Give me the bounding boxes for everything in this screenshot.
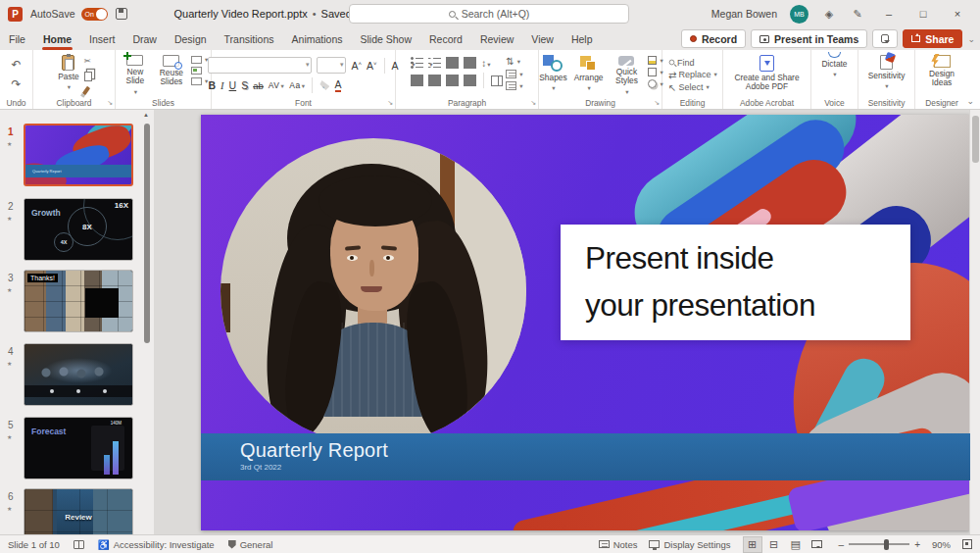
headline-text-box[interactable]: Present inside your presentation xyxy=(561,225,910,340)
increase-font-icon[interactable]: A˄ xyxy=(351,60,362,72)
convert-smartart-icon[interactable] xyxy=(506,81,522,90)
pen-mode-icon[interactable]: ✎ xyxy=(850,8,865,21)
cut-icon[interactable]: ✂ xyxy=(84,56,92,66)
tab-help[interactable]: Help xyxy=(563,27,602,50)
align-text-icon[interactable] xyxy=(506,70,522,78)
shapes-button[interactable]: Shapes xyxy=(537,54,568,96)
change-case-button[interactable]: Aa xyxy=(289,80,305,90)
share-button[interactable]: Share xyxy=(903,29,962,48)
display-settings-button[interactable]: Display Settings xyxy=(649,539,730,550)
animation-star-icon[interactable]: ★ xyxy=(7,215,12,222)
present-in-teams-button[interactable]: Present in Teams xyxy=(751,29,867,48)
shape-effects-icon[interactable] xyxy=(648,79,662,88)
justify-icon[interactable] xyxy=(464,75,476,86)
decrease-font-icon[interactable]: A˅ xyxy=(367,60,377,72)
fit-to-window-icon[interactable] xyxy=(962,539,972,549)
slide-sorter-view-button[interactable]: ⊟ xyxy=(764,536,784,553)
animation-star-icon[interactable]: ★ xyxy=(7,360,12,367)
line-spacing-icon[interactable]: ↕ xyxy=(481,58,490,69)
font-name-combobox[interactable] xyxy=(208,57,312,74)
clipboard-dialog-launcher[interactable]: ↘ xyxy=(107,99,113,107)
section-button[interactable] xyxy=(191,77,208,85)
thumbnail-scrollbar[interactable]: ▲ xyxy=(143,112,151,533)
tab-view[interactable]: View xyxy=(522,27,563,50)
record-button[interactable]: Record xyxy=(681,29,746,48)
file-title[interactable]: Quarterly Video Report.pptx • Saved ▾ xyxy=(174,8,361,20)
tab-slide-show[interactable]: Slide Show xyxy=(352,27,421,50)
notes-button[interactable]: Notes xyxy=(599,539,638,550)
layout-button[interactable] xyxy=(191,56,208,64)
animation-star-icon[interactable]: ★ xyxy=(7,505,12,512)
animation-star-icon[interactable]: ★ xyxy=(7,433,12,440)
character-spacing-button[interactable]: AV xyxy=(269,80,284,90)
shape-outline-icon[interactable] xyxy=(648,68,662,76)
gem-icon[interactable]: ◈ xyxy=(821,8,837,21)
design-ideas-button[interactable]: Design Ideas xyxy=(923,54,960,96)
decrease-indent-icon[interactable] xyxy=(446,57,459,69)
maximize-button[interactable]: □ xyxy=(912,8,934,20)
tab-home[interactable]: Home xyxy=(34,27,80,50)
highlight-color-icon[interactable] xyxy=(319,80,329,90)
slide-4-art[interactable] xyxy=(24,343,133,406)
autosave-toggle[interactable]: On xyxy=(81,8,108,21)
proofing-button[interactable] xyxy=(74,540,84,549)
tab-transitions[interactable]: Transitions xyxy=(216,27,283,50)
scroll-up-icon[interactable]: ▲ xyxy=(143,112,149,118)
reset-button[interactable] xyxy=(191,67,208,75)
align-right-icon[interactable] xyxy=(446,75,459,86)
find-button[interactable]: Find xyxy=(668,58,695,68)
reuse-slides-button[interactable]: Reuse Slides xyxy=(155,54,188,96)
slideshow-view-button[interactable] xyxy=(808,536,827,553)
slide-1-art[interactable]: Quarterly Report xyxy=(24,124,133,186)
align-left-icon[interactable] xyxy=(411,75,423,86)
columns-icon[interactable] xyxy=(491,75,503,86)
comments-button[interactable] xyxy=(872,29,898,48)
bullets-icon[interactable] xyxy=(411,57,423,69)
animation-star-icon[interactable]: ★ xyxy=(7,286,12,293)
current-slide[interactable]: Present inside your presentation Quarter… xyxy=(201,115,970,530)
tab-file[interactable]: File xyxy=(0,27,34,50)
shape-fill-icon[interactable] xyxy=(648,56,662,65)
font-color-icon[interactable]: A xyxy=(334,78,341,92)
font-dialog-launcher[interactable]: ↘ xyxy=(387,99,393,107)
minimize-button[interactable]: – xyxy=(878,8,900,20)
undo-icon[interactable]: ↶ xyxy=(11,58,21,72)
sensitivity-status[interactable]: General xyxy=(228,539,273,550)
replace-button[interactable]: ⇄Replace xyxy=(668,70,717,80)
sensitivity-button[interactable]: Sensitivity xyxy=(866,54,907,96)
format-painter-icon[interactable] xyxy=(81,86,89,96)
redo-icon[interactable]: ↷ xyxy=(11,77,21,91)
scrollbar-thumb[interactable] xyxy=(972,116,979,163)
presenter-camera-feed[interactable] xyxy=(220,138,526,444)
slide-title-bar[interactable]: Quarterly Report 3rd Qt 2022 xyxy=(201,433,970,480)
zoom-level[interactable]: 90% xyxy=(932,539,951,550)
strikethrough-button[interactable]: ab xyxy=(253,80,264,91)
close-button[interactable]: × xyxy=(947,8,968,20)
zoom-slider[interactable] xyxy=(849,543,909,545)
slide-2-art[interactable]: Growth 8X 4X 16X xyxy=(24,198,133,261)
text-direction-icon[interactable]: ⇅ xyxy=(506,56,522,67)
tab-review[interactable]: Review xyxy=(471,27,522,50)
select-button[interactable]: ↖Select xyxy=(668,82,710,93)
copy-icon[interactable] xyxy=(84,72,92,81)
tab-record[interactable]: Record xyxy=(420,27,471,50)
canvas-scrollbar[interactable] xyxy=(969,110,980,534)
dictate-button[interactable]: Dictate xyxy=(819,54,849,96)
zoom-slider-knob[interactable] xyxy=(884,539,889,550)
zoom-out-button[interactable]: – xyxy=(839,539,845,550)
paragraph-dialog-launcher[interactable]: ↘ xyxy=(530,99,536,107)
tab-animations[interactable]: Animations xyxy=(283,27,352,50)
scrollbar-thumb[interactable] xyxy=(144,124,150,343)
underline-button[interactable]: U xyxy=(229,79,237,91)
powerpoint-app-icon[interactable]: P xyxy=(8,7,23,22)
reading-view-button[interactable]: ▤ xyxy=(786,536,806,553)
user-name[interactable]: Megan Bowen xyxy=(711,8,777,20)
numbering-icon[interactable] xyxy=(428,57,441,69)
animation-star-icon[interactable]: ★ xyxy=(7,140,12,147)
text-shadow-button[interactable]: S xyxy=(241,79,248,91)
accessibility-status[interactable]: ♿ Accessibility: Investigate xyxy=(98,539,215,550)
increase-indent-icon[interactable] xyxy=(464,57,476,69)
paste-button[interactable]: Paste xyxy=(56,54,80,96)
ribbon-options-icon[interactable]: ⌄ xyxy=(967,34,975,44)
collapse-ribbon-icon[interactable]: ⌄ xyxy=(966,96,974,106)
